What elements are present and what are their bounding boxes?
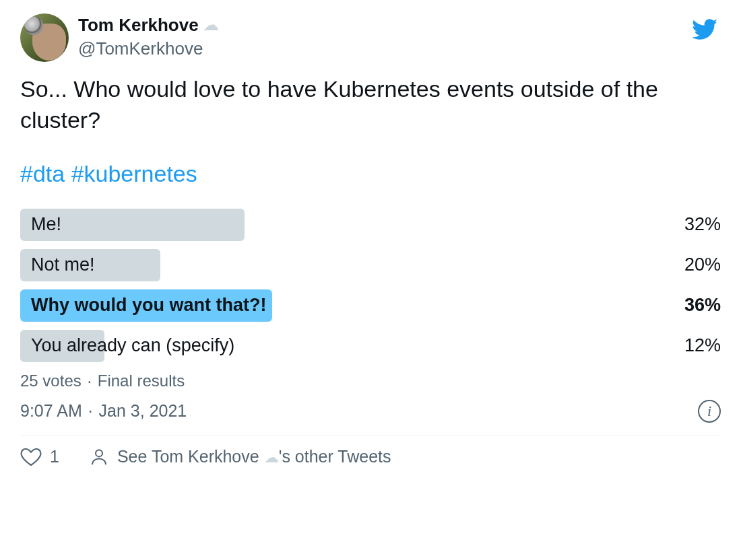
hashtag-link[interactable]: #dta bbox=[20, 161, 65, 186]
author-names[interactable]: Tom Kerkhove ☁ @TomKerkhove bbox=[78, 13, 219, 61]
poll-option: Me! 32% bbox=[20, 209, 721, 241]
timestamp[interactable]: 9:07 AM · Jan 3, 2021 bbox=[20, 401, 187, 421]
poll-option: Not me! 20% bbox=[20, 249, 721, 281]
svg-point-0 bbox=[96, 450, 102, 456]
timestamp-row: 9:07 AM · Jan 3, 2021 i bbox=[20, 400, 721, 435]
poll-option-label: Why would you want that?! bbox=[20, 295, 266, 316]
hashtag-row: #dta #kubernetes bbox=[20, 159, 721, 190]
poll-votes: 25 votes bbox=[20, 372, 82, 390]
actions-row: 1 See Tom Kerkhove ☁'s other Tweets bbox=[20, 446, 721, 468]
poll-option-pct: 32% bbox=[684, 214, 721, 235]
display-name: Tom Kerkhove bbox=[78, 13, 199, 37]
tweet-time: 9:07 AM bbox=[20, 401, 82, 420]
poll-meta: 25 votes · Final results bbox=[20, 372, 721, 390]
poll-option: You already can (specify) 12% bbox=[20, 330, 721, 362]
see-other-prefix: See Tom Kerkhove bbox=[117, 447, 264, 466]
handle: @TomKerkhove bbox=[78, 37, 219, 61]
see-other-suffix: 's other Tweets bbox=[279, 447, 391, 466]
tweet-card: Tom Kerkhove ☁ @TomKerkhove So... Who wo… bbox=[0, 0, 741, 480]
see-other-tweets-link[interactable]: See Tom Kerkhove ☁'s other Tweets bbox=[89, 447, 391, 467]
twitter-logo-icon[interactable] bbox=[691, 16, 718, 43]
like-count: 1 bbox=[50, 447, 59, 466]
avatar[interactable] bbox=[20, 13, 69, 62]
poll-option-label: You already can (specify) bbox=[20, 335, 234, 356]
heart-icon bbox=[20, 446, 42, 468]
poll-option-pct: 36% bbox=[684, 295, 721, 316]
tweet-text: So... Who would love to have Kubernetes … bbox=[20, 74, 721, 136]
poll-status: Final results bbox=[98, 372, 185, 390]
poll-option: Why would you want that?! 36% bbox=[20, 289, 721, 322]
hashtag-link[interactable]: #kubernetes bbox=[71, 161, 197, 186]
tweet-date: Jan 3, 2021 bbox=[99, 401, 187, 420]
poll-option-label: Not me! bbox=[20, 254, 95, 275]
separator-dot: · bbox=[87, 401, 94, 420]
poll: Me! 32% Not me! 20% Why would you want t… bbox=[20, 209, 721, 362]
poll-option-label: Me! bbox=[20, 214, 61, 235]
cloud-icon: ☁ bbox=[203, 14, 219, 36]
person-icon bbox=[89, 447, 109, 467]
cloud-icon: ☁ bbox=[264, 449, 279, 466]
info-icon[interactable]: i bbox=[698, 400, 721, 423]
like-button[interactable]: 1 bbox=[20, 446, 59, 468]
poll-option-pct: 20% bbox=[684, 254, 721, 275]
separator-dot: · bbox=[86, 372, 93, 390]
poll-option-pct: 12% bbox=[684, 335, 721, 356]
tweet-header: Tom Kerkhove ☁ @TomKerkhove bbox=[20, 13, 721, 62]
